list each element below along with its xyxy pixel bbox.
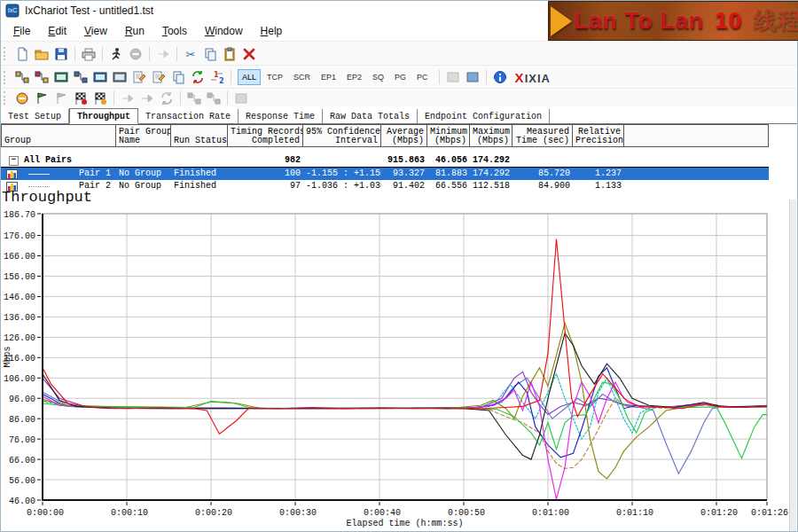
cell-timing-records: 100 [228, 168, 303, 180]
pair-label: Pair 1 [79, 168, 113, 180]
split-pair-icon[interactable] [73, 69, 89, 85]
y-tick-label: 96.00 [9, 395, 35, 404]
screen-pair-icon[interactable] [53, 69, 69, 85]
toolbar-separator [102, 47, 103, 61]
cell-timing-records: 97 [228, 180, 303, 192]
toolbar-grip[interactable] [4, 71, 8, 84]
pair-chart-icon [6, 169, 18, 179]
pair-line-style-dotted [28, 186, 50, 187]
add-pair-icon[interactable] [14, 69, 30, 85]
menu-run[interactable]: Run [116, 22, 153, 40]
result-tabs: Test Setup Throughput Transaction Rate R… [1, 106, 797, 124]
banner-thread-count: 10 [715, 7, 742, 34]
pair-line-style-solid [28, 174, 50, 175]
table-row-pair-1[interactable]: Pair 1 No Group Finished 100 -1.155 : +1… [1, 168, 769, 180]
col-measured-time[interactable]: MeasuredTime (sec) [512, 124, 573, 147]
col-run-status[interactable]: Run Status [170, 124, 228, 147]
start-run-icon[interactable] [34, 90, 50, 106]
y-tick-label: 126.00 [4, 333, 35, 343]
browse-script-icon[interactable] [170, 69, 186, 85]
filter-ep1[interactable]: EP1 [317, 69, 340, 85]
cell-pair-group: No Group [116, 180, 171, 192]
vertical-scrollbar[interactable] [789, 200, 796, 531]
col-relative-precision[interactable]: RelativePrecision [572, 124, 624, 147]
toolbar-separator [227, 91, 228, 106]
menu-view[interactable]: View [75, 22, 116, 40]
tab-endpoint-configuration[interactable]: Endpoint Configuration [418, 109, 550, 123]
copy-icon[interactable] [202, 46, 218, 62]
menu-help[interactable]: Help [252, 22, 292, 40]
cell-measured-time: 84.900 [512, 180, 573, 192]
save-test-icon[interactable] [53, 46, 69, 62]
filter-tcp[interactable]: TCP [262, 69, 287, 85]
tab-raw-data-totals[interactable]: Raw Data Totals [323, 109, 418, 123]
new-test-icon[interactable] [14, 46, 30, 62]
menu-file[interactable]: File [4, 22, 39, 40]
finish-run-icon[interactable] [92, 90, 108, 106]
delete-selection-icon[interactable] [241, 46, 257, 62]
y-tick-label: 46.00 [9, 497, 35, 506]
table-row-all-pairs[interactable]: All Pairs 982 915.863 46.056 174.292 [1, 154, 769, 168]
cell-timing-records: 982 [228, 154, 303, 167]
x-tick-label: 0:00:20 [195, 508, 232, 518]
paste-icon[interactable] [222, 46, 238, 62]
run-test-icon[interactable] [108, 46, 124, 62]
grid-header: Group Pair GroupName Run Status Timing R… [1, 124, 769, 147]
annotate-script-icon[interactable] [151, 69, 167, 85]
cut-icon[interactable]: ✂ [183, 46, 199, 62]
filter-scr[interactable]: SCR [289, 69, 315, 85]
menu-tools[interactable]: Tools [153, 22, 196, 40]
open-test-icon[interactable] [34, 46, 50, 62]
info-icon[interactable] [492, 69, 508, 85]
y-tick-label: 166.00 [4, 252, 35, 262]
filter-pg[interactable]: PG [390, 69, 411, 85]
series-pair-10 [43, 372, 767, 414]
toolbar-grip[interactable] [4, 47, 8, 60]
dial-pair-icon[interactable] [34, 69, 50, 85]
series-pair-5 [43, 374, 767, 439]
toolbar-separator [176, 47, 177, 61]
col-minimum[interactable]: Minimum(Mbps) [426, 124, 470, 147]
filter-ep2[interactable]: EP2 [342, 69, 366, 85]
col-timing-records[interactable]: Timing RecordsCompleted [227, 124, 303, 147]
edit-script-icon[interactable] [131, 69, 147, 85]
tab-transaction-rate[interactable]: Transaction Rate [138, 109, 239, 123]
table-row-pair-2[interactable]: Pair 2 No Group Finished 97 -1.036 : +1.… [1, 180, 769, 192]
x-tick-label: 0:00:30 [279, 508, 317, 518]
filter-pc[interactable]: PC [412, 69, 433, 85]
x-axis-label: Elapsed time (h:mm:ss) [346, 519, 463, 528]
schedule-group-icon[interactable] [14, 90, 30, 106]
link-pairs-icon [186, 90, 202, 106]
abort-run-icon[interactable] [73, 90, 89, 106]
timed-pair-icon[interactable] [112, 69, 128, 85]
menu-window[interactable]: Window [196, 22, 252, 40]
banner-text-main: Lan To Lan [574, 7, 704, 34]
video-pair-icon[interactable] [92, 69, 108, 85]
series-pair-7 [43, 323, 767, 479]
tab-test-setup[interactable]: Test Setup [1, 109, 69, 123]
tab-throughput[interactable]: Throughput [69, 108, 138, 124]
toolbar-separator [439, 70, 440, 84]
filter-all[interactable]: ALL [238, 69, 261, 85]
col-group[interactable]: Group [1, 124, 116, 147]
x-tick-label: 0:00:40 [364, 508, 401, 518]
col-confidence[interactable]: 95% ConfidenceInterval [302, 124, 381, 147]
app-logo-icon: IxC [5, 4, 20, 18]
col-maximum[interactable]: Maximum(Mbps) [469, 124, 512, 147]
col-pair-group-name[interactable]: Pair GroupName [115, 124, 171, 147]
y-tick-label: 176.00 [4, 231, 35, 241]
export-results-icon[interactable] [465, 69, 481, 85]
reorder-pairs-icon[interactable]: 12 [209, 69, 225, 85]
collapse-toggle-icon[interactable] [9, 156, 19, 166]
menu-edit[interactable]: Edit [39, 22, 75, 40]
tab-response-time[interactable]: Response Time [239, 109, 323, 123]
print-icon[interactable] [81, 46, 97, 62]
chart-title: Throughput [2, 189, 92, 206]
cell-run-status: Finished [171, 180, 228, 192]
toolbar-grip[interactable] [4, 91, 8, 105]
svg-text:2: 2 [219, 77, 224, 84]
filter-sq[interactable]: SQ [368, 69, 388, 85]
series-pair-9 [43, 398, 767, 468]
refresh-pairs-icon[interactable] [190, 69, 206, 85]
col-average[interactable]: Average(Mbps) [380, 124, 427, 147]
